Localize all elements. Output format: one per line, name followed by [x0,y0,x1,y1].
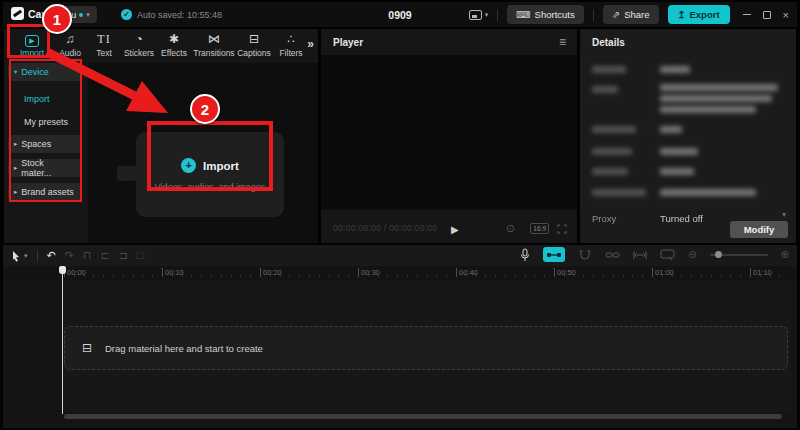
blurred-value [660,66,690,73]
chevron-down-icon: ▾ [24,252,28,260]
ruler-label: 01:10 [750,268,772,277]
player-viewport [321,55,577,210]
import-button-card[interactable]: + Import Videos, audios, and images [136,132,284,217]
sidebar-item-import[interactable]: Import [8,90,82,108]
export-label: Export [689,9,719,20]
media-panel: ▶ Import ♫ Audio TI Text ◔ Stickers ✱ Ef… [4,29,318,243]
undo-button[interactable]: ↶ [47,248,56,263]
magnet-icon [547,251,561,259]
blurred-value [660,189,756,196]
shortcuts-label: Shortcuts [535,9,575,20]
ruler-label: 00:10 [162,268,184,277]
select-tool-button[interactable]: ▾ [11,250,28,262]
auto-snap-button[interactable] [578,249,592,261]
track-adjust-button[interactable] [633,250,647,260]
chevron-right-icon: ▸ [14,140,17,148]
chevron-down-icon: ▾ [14,68,17,76]
zoom-slider-handle[interactable] [715,251,722,258]
ruler-label: 00:30 [358,268,380,277]
sidebar-item-brand-assets[interactable]: ▸ Brand assets [8,183,82,201]
play-button[interactable]: ▶ [451,224,459,235]
timeline-ruler[interactable]: 00:00 00:10 00:20 00:30 00:40 00:50 01:0… [3,266,797,280]
blurred-value [660,148,698,155]
sidebar-item-device[interactable]: ▾ Device [8,63,82,81]
delete-left-button[interactable]: ⊏ [101,248,110,263]
export-button[interactable]: ↥ Export [668,5,730,24]
layout-dropdown[interactable]: ▾ [469,10,489,20]
timeline-scrollbar[interactable] [64,414,782,419]
chevron-right-icon: ▸ [14,188,17,196]
ruler-label: 00:20 [260,268,282,277]
linkage-button[interactable] [605,250,620,260]
details-title: Details [592,37,625,48]
media-content-area: + Import Videos, audios, and images [88,63,318,243]
fullscreen-icon[interactable] [557,224,567,234]
cursor-icon [11,250,21,262]
top-bar: CapCut u ▾ ✓ Auto saved: 10:55:48 0909 ▾… [3,2,797,27]
blurred-label [592,189,646,196]
minimize-button[interactable] [743,14,751,16]
more-tabs-chevron-icon[interactable]: » [307,37,314,51]
ruler-label: 00:40 [456,268,478,277]
redo-button[interactable]: ↷ [65,248,74,263]
divider [497,9,498,21]
preview-axis-button[interactable] [660,249,675,260]
blurred-label [592,126,636,133]
import-card-label: Import [203,160,239,172]
zoom-in-icon[interactable]: ⊕ [781,249,789,260]
split-button[interactable]: ⊓ [83,248,92,263]
plus-icon: + [181,158,196,173]
divider [593,9,594,21]
player-title: Player [333,37,363,48]
player-panel: Player ≡ 00:00:00:00 / 00:00:00:00 ▶ ⊙ 1… [321,29,577,243]
blurred-label [592,86,618,93]
shortcuts-button[interactable]: ⌨ Shortcuts [507,5,584,24]
delete-right-button[interactable]: ⊐ [119,248,128,263]
chevron-down-icon[interactable]: ▾ [782,210,786,219]
snap-icon [578,249,592,261]
layout-icon [469,10,482,20]
close-button[interactable]: × [783,9,789,21]
export-icon: ↥ [678,9,686,20]
record-voiceover-button[interactable] [520,248,530,262]
blurred-label [592,66,626,73]
timeline-zoom-slider[interactable] [710,254,768,256]
annotation-step-1: 1 [42,4,72,34]
chain-link-icon [605,250,620,260]
sidebar-item-spaces[interactable]: ▸ Spaces [8,135,82,153]
share-label: Share [624,9,649,20]
blurred-value [660,106,756,113]
proxy-label: Proxy [592,213,616,224]
film-icon: ⊟ [82,341,92,355]
player-timecode: 00:00:00:00 / 00:00:00:00 [333,223,437,233]
maximize-button[interactable] [763,11,771,19]
zoom-out-icon[interactable]: ⊖ [688,249,696,260]
sidebar-item-my-presets[interactable]: My presets [8,113,82,131]
sidebar-item-stock-materials[interactable]: ▸ Stock mater... [8,159,82,177]
playhead[interactable] [62,266,63,414]
blurred-value [660,84,778,91]
keyboard-icon: ⌨ [516,9,530,20]
blurred-label [592,148,632,155]
crop-button[interactable]: □ [137,248,144,263]
ruler-label: 00:00 [64,268,86,277]
main-track-magnet-button[interactable] [543,247,565,262]
import-card-subtitle: Videos, audios, and images [136,182,284,192]
chevron-right-icon: ▸ [14,164,17,172]
chevron-down-icon: ▾ [485,11,489,19]
modify-button[interactable]: Modify [730,221,788,238]
player-menu-icon[interactable]: ≡ [559,35,566,49]
playhead-handle[interactable] [59,266,66,274]
aspect-ratio-button[interactable]: 16:9 [530,223,549,234]
drop-zone-hint: Drag material here and start to create [105,343,263,354]
share-icon: ⇗ [612,9,620,20]
preview-zoom-icon[interactable]: ⊙ [506,222,515,235]
blurred-label [592,168,628,175]
ruler-label: 00:50 [554,268,576,277]
share-button[interactable]: ⇗ Share [603,5,659,24]
details-panel: Details Proxy Turned off ▾ Modify [580,29,796,243]
timeline-drop-zone[interactable]: ⊟ Drag material here and start to create [64,326,788,370]
blurred-value [660,126,682,133]
timeline-panel: ▾ ↶ ↷ ⊓ ⊏ ⊐ □ [3,245,797,428]
divider [37,250,38,262]
